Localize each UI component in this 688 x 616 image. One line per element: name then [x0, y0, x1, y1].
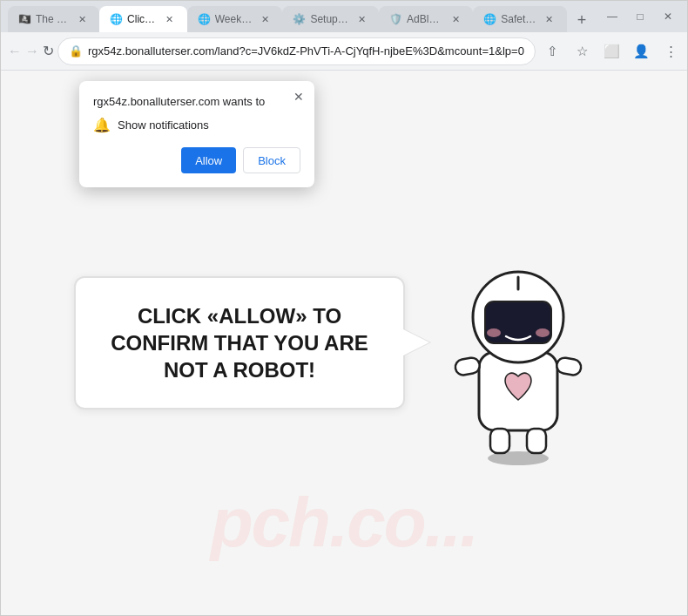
title-bar: 🏴‍☠️ The Pi... ✕ 🌐 Click AI ✕ 🌐 WeekiP..…	[1, 1, 687, 32]
url-text: rgx54z.bonalluterser.com/land?c=JV6kdZ-P…	[88, 44, 524, 58]
tab-6[interactable]: 🌐 Safety ... ✕	[473, 6, 567, 32]
tab-strip: 🏴‍☠️ The Pi... ✕ 🌐 Click AI ✕ 🌐 WeekiP..…	[8, 1, 593, 32]
bubble-text: CLICK «ALLOW» TO CONFIRM THAT YOU ARE NO…	[107, 302, 372, 384]
browser-window: 🏴‍☠️ The Pi... ✕ 🌐 Click AI ✕ 🌐 WeekiP..…	[0, 0, 688, 616]
robot-illustration	[431, 239, 605, 465]
tab-2-label: Click AI	[127, 13, 158, 25]
robot-container	[422, 221, 614, 465]
speech-bubble: CLICK «ALLOW» TO CONFIRM THAT YOU ARE NO…	[74, 276, 405, 410]
menu-button[interactable]: ⋮	[658, 37, 685, 65]
popup-buttons: Allow Block	[93, 147, 300, 173]
svg-rect-5	[527, 429, 546, 453]
tab-4[interactable]: ⚙️ Setup F... ✕	[282, 6, 379, 32]
page-content: ✕ rgx54z.bonalluterser.com wants to 🔔 Sh…	[1, 71, 687, 615]
tab-view-button[interactable]: ⬜	[598, 37, 626, 65]
forward-button[interactable]: →	[25, 37, 39, 65]
nav-bar: ← → ↻ 🔒 rgx54z.bonalluterser.com/land?c=…	[1, 32, 687, 71]
close-button[interactable]: ✕	[656, 8, 680, 25]
bell-icon: 🔔	[93, 117, 111, 133]
bookmark-button[interactable]: ☆	[569, 37, 597, 65]
popup-permission: 🔔 Show notifications	[93, 117, 300, 133]
svg-rect-2	[454, 356, 481, 376]
tab-5-label: AdBloc...	[407, 13, 443, 25]
tab-3-close[interactable]: ✕	[258, 12, 272, 26]
tab-4-favicon: ⚙️	[293, 13, 305, 25]
svg-point-18	[536, 328, 550, 337]
minimize-button[interactable]: —	[600, 8, 624, 25]
svg-point-17	[487, 328, 501, 337]
popup-close-button[interactable]: ✕	[290, 88, 307, 105]
notification-popup: ✕ rgx54z.bonalluterser.com wants to 🔔 Sh…	[79, 81, 314, 187]
tab-3-label: WeekiP...	[215, 13, 253, 25]
share-button[interactable]: ⇧	[539, 37, 567, 65]
popup-domain-text: rgx54z.bonalluterser.com wants to	[93, 95, 300, 108]
window-controls: — □ ✕	[600, 8, 680, 25]
tab-5-favicon: 🛡️	[389, 13, 401, 25]
profile-button[interactable]: 👤	[628, 37, 656, 65]
back-button[interactable]: ←	[8, 37, 22, 65]
tab-6-favicon: 🌐	[483, 13, 496, 25]
svg-rect-4	[490, 429, 509, 453]
popup-permission-text: Show notifications	[118, 118, 209, 132]
tab-2[interactable]: 🌐 Click AI ✕	[99, 6, 187, 32]
tab-2-favicon: 🌐	[110, 13, 122, 25]
tab-5-close[interactable]: ✕	[449, 12, 462, 26]
block-button[interactable]: Block	[243, 147, 300, 173]
tab-1-label: The Pi...	[36, 13, 70, 25]
tab-4-close[interactable]: ✕	[354, 12, 368, 26]
svg-rect-3	[556, 356, 583, 376]
tab-1[interactable]: 🏴‍☠️ The Pi... ✕	[8, 6, 99, 32]
refresh-button[interactable]: ↻	[43, 37, 54, 65]
tab-4-label: Setup F...	[310, 13, 349, 25]
tab-5[interactable]: 🛡️ AdBloc... ✕	[379, 6, 473, 32]
tab-1-close[interactable]: ✕	[75, 12, 89, 26]
tab-6-label: Safety ...	[501, 13, 537, 25]
speech-bubble-wrapper: CLICK «ALLOW» TO CONFIRM THAT YOU ARE NO…	[74, 276, 405, 410]
tab-3-favicon: 🌐	[198, 13, 210, 25]
tab-6-close[interactable]: ✕	[543, 12, 556, 26]
lock-icon: 🔒	[69, 44, 83, 58]
tab-1-favicon: 🏴‍☠️	[18, 13, 30, 25]
maximize-button[interactable]: □	[628, 8, 652, 25]
tab-2-close[interactable]: ✕	[163, 12, 177, 26]
tab-3[interactable]: 🌐 WeekiP... ✕	[187, 6, 283, 32]
new-tab-button[interactable]: +	[570, 8, 593, 32]
content-area: CLICK «ALLOW» TO CONFIRM THAT YOU ARE NO…	[1, 186, 687, 500]
address-bar[interactable]: 🔒 rgx54z.bonalluterser.com/land?c=JV6kdZ…	[57, 37, 536, 65]
allow-button[interactable]: Allow	[181, 147, 236, 173]
nav-actions: ⇧ ☆ ⬜ 👤 ⋮	[539, 37, 685, 65]
